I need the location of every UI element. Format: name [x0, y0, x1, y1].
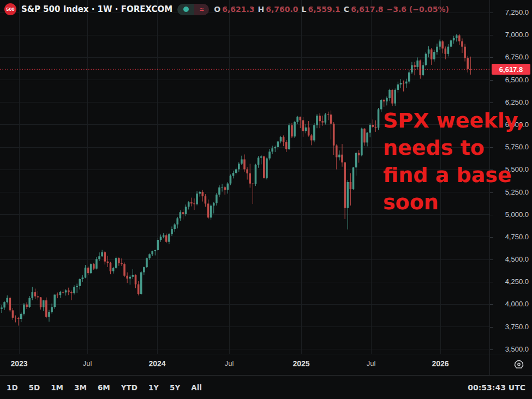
candle-body [157, 240, 159, 250]
candle-body [274, 147, 276, 148]
candle-body [252, 184, 254, 184]
candle-body [336, 146, 338, 158]
price-tick-label: 6,500.0 [491, 76, 529, 84]
time-axis[interactable]: 2023Jul2024Jul2025Jul2026 [0, 354, 532, 375]
candle-body [266, 159, 268, 178]
candle-body [28, 298, 31, 307]
price-tick-label: 7,000.0 [491, 31, 529, 39]
candle-body [235, 170, 237, 173]
candle-body [414, 65, 416, 67]
candle-body [310, 135, 313, 140]
candle-body [232, 173, 235, 176]
candle-body [341, 155, 343, 162]
range-button-6m[interactable]: 6M [98, 381, 110, 394]
candle-body [294, 122, 296, 137]
candle-body [419, 61, 421, 75]
candle-body [129, 277, 131, 279]
range-button-ytd[interactable]: YTD [121, 381, 138, 394]
candle-body [34, 292, 37, 297]
price-tickmark [490, 237, 493, 238]
candle-body [76, 286, 78, 287]
candle-body [316, 116, 318, 125]
range-button-1d[interactable]: 1D [7, 381, 18, 394]
candle-body [3, 302, 5, 307]
candle-body [363, 129, 366, 143]
candle-body [62, 292, 64, 293]
candle-body [90, 264, 92, 273]
candle-body [305, 128, 307, 131]
time-tick-label: 2026 [424, 359, 457, 368]
candle-body [246, 170, 248, 174]
candle-body [26, 305, 28, 307]
candle-body [277, 141, 279, 147]
utc-clock[interactable]: 00:53:43 UTC [468, 383, 525, 392]
gear-icon[interactable] [513, 359, 525, 371]
open-label: O [214, 5, 220, 14]
candle-body [20, 314, 22, 319]
candle-body [258, 158, 260, 165]
style-toggle-pill: ≈ [177, 4, 209, 15]
candle-body [118, 258, 120, 263]
teal-dot-icon [183, 7, 189, 12]
candle-body [37, 297, 39, 298]
candle-body [378, 109, 380, 128]
candle-body [224, 187, 226, 190]
candle-body [213, 203, 215, 206]
range-button-all[interactable]: All [191, 381, 202, 394]
candle-body [17, 318, 20, 319]
candle-body [23, 305, 25, 314]
candle-body [403, 83, 405, 83]
candle-body [126, 276, 128, 279]
candle-body [85, 268, 87, 277]
price-tick-label: 4,500.0 [491, 255, 529, 264]
range-button-1y[interactable]: 1Y [148, 381, 159, 394]
candle-body [218, 188, 220, 195]
range-button-5d[interactable]: 5D [29, 381, 40, 394]
candle-body [450, 40, 452, 47]
price-tickmark [490, 282, 493, 282]
candle-body [350, 182, 352, 189]
symbol-title[interactable]: S&P 500 Index · 1W · FOREXCOM [21, 4, 172, 14]
chart-legend: 500 S&P 500 Index · 1W · FOREXCOM ≈ O 6,… [4, 3, 449, 15]
candle-body [216, 195, 218, 203]
sp500-logo-badge: 500 [4, 3, 16, 15]
candle-body [107, 262, 109, 263]
range-button-5y[interactable]: 5Y [170, 381, 180, 394]
candle-body [383, 100, 385, 101]
candle-body [416, 61, 419, 67]
range-button-1m[interactable]: 1M [51, 381, 63, 394]
candle-body [425, 54, 427, 65]
candle-body [375, 127, 377, 128]
range-button-3m[interactable]: 3M [74, 381, 87, 394]
candle-body [48, 312, 50, 317]
candle-body [12, 310, 14, 318]
price-tick-label: 4,250.0 [491, 277, 529, 286]
price-tickmark [490, 327, 493, 328]
candle-body [6, 298, 8, 303]
candle-body [456, 35, 458, 38]
candle-body [470, 69, 472, 70]
candle-body [300, 117, 302, 120]
candle-body [98, 256, 100, 259]
candle-body [313, 125, 315, 140]
time-tick-label: Jul [71, 359, 104, 367]
candle-body [397, 84, 399, 90]
low-label: L [302, 5, 307, 14]
price-tick-label: 4,750.0 [491, 233, 529, 241]
candle-body [59, 292, 62, 295]
approx-toggle-button[interactable]: ≈ [194, 4, 209, 15]
candle-body [431, 50, 433, 59]
candle-body [333, 124, 335, 146]
candles-toggle-button[interactable] [177, 4, 194, 15]
candle-body [151, 251, 153, 255]
candle-body [65, 291, 67, 293]
candle-body [230, 176, 232, 184]
candle-body [79, 279, 81, 286]
candle-body [9, 298, 11, 311]
candle-body [87, 268, 89, 273]
candle-body [344, 162, 346, 208]
last-price-label: 6,617.8 [492, 64, 530, 75]
candle-body [241, 159, 243, 164]
candle-body [160, 237, 162, 240]
time-tick-label: Jul [213, 359, 246, 367]
